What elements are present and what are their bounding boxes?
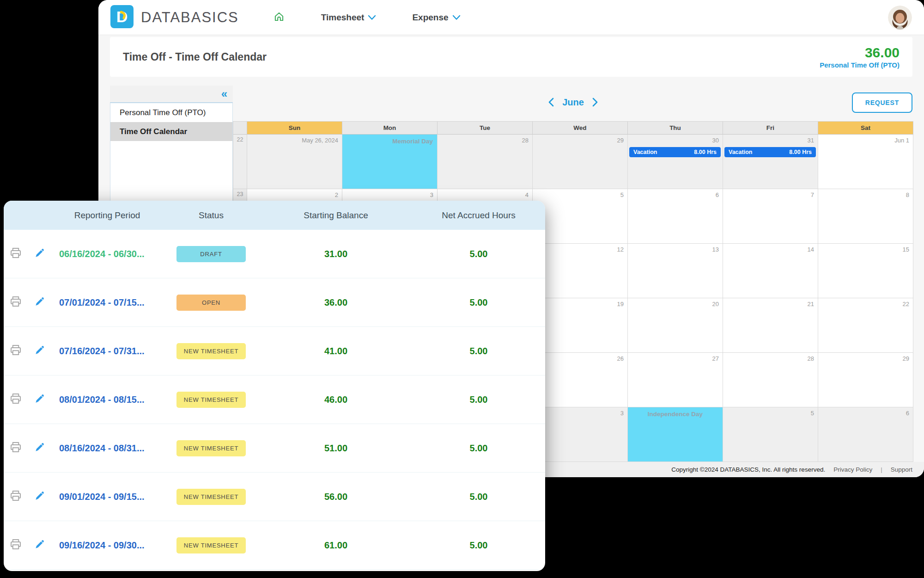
collapse-sidebar-icon[interactable]: « [221,88,227,99]
request-button[interactable]: REQUEST [852,92,912,113]
day-number: May 26, 2024 [302,137,338,144]
calendar-day-cell[interactable]: 3 [533,407,628,462]
sidebar-item-time-off-calendar[interactable]: Time Off Calendar [110,122,232,141]
day-number: 12 [617,246,624,253]
top-navigation: D DATABASICS Timesheet Expense [98,0,924,35]
reporting-period-link[interactable]: 06/16/2024 - 06/30... [52,249,163,259]
calendar-day-cell[interactable]: 6 [818,407,913,462]
day-number: 6 [716,191,719,198]
day-number: 13 [712,246,719,253]
day-header-sat: Sat [818,122,913,135]
day-number: 22 [903,301,909,307]
support-link[interactable]: Support [891,466,912,473]
edit-button[interactable] [28,490,52,504]
day-number: 15 [903,246,909,253]
privacy-policy-link[interactable]: Privacy Policy [833,466,872,473]
reporting-period-link[interactable]: 09/01/2024 - 09/15... [52,492,163,502]
reporting-period-link[interactable]: 08/16/2024 - 08/31... [52,443,163,454]
print-button[interactable] [4,392,28,407]
edit-button[interactable] [28,441,52,455]
user-avatar[interactable] [888,6,912,30]
next-month-icon[interactable] [592,98,598,107]
month-navigation: June [233,91,913,114]
nav-item-expense[interactable]: Expense [412,12,460,23]
status-badge: NEW TIMESHEET [176,489,246,505]
calendar-day-cell[interactable]: 30 Vacation 8.00 Hrs [628,135,723,189]
calendar-day-cell[interactable]: May 26, 2024 [247,135,342,189]
pencil-icon [34,441,46,455]
calendar-day-cell[interactable]: 14 [723,244,818,298]
calendar-day-cell[interactable]: 8 [818,189,913,244]
day-number: 5 [811,410,814,417]
nav-item-timesheet[interactable]: Timesheet [321,12,377,23]
status-badge: NEW TIMESHEET [176,392,246,408]
starting-balance-value: 41.00 [260,346,412,357]
day-number: 4 [525,191,529,198]
edit-button[interactable] [28,344,52,358]
net-accrued-value: 5.00 [412,297,545,308]
calendar-day-cell[interactable]: 29 [533,135,628,189]
pto-balance: 36.00 Personal Time Off (PTO) [820,44,900,70]
reporting-period-link[interactable]: 07/01/2024 - 07/15... [52,297,163,308]
edit-button[interactable] [28,538,52,552]
calendar-day-cell[interactable]: 28 [723,353,818,407]
reporting-periods-panel: Reporting Period Status Starting Balance… [4,201,545,571]
calendar-day-cell[interactable]: 13 [628,244,723,298]
day-number: Jun 1 [894,137,909,144]
calendar-holiday-cell[interactable]: Memorial Day [342,135,438,189]
calendar-day-cell[interactable]: 15 [818,244,913,298]
status-badge: NEW TIMESHEET [176,440,246,456]
calendar-day-cell[interactable]: 27 [628,353,723,407]
day-number: 3 [430,191,433,198]
home-button[interactable] [273,11,285,25]
day-number: 29 [617,137,624,144]
sidebar-item-pto[interactable]: Personal Time Off (PTO) [110,103,232,122]
page-title: Time Off - Time Off Calendar [123,51,267,63]
edit-button[interactable] [28,247,52,261]
calendar-day-cell[interactable]: 29 [818,353,913,407]
calendar-day-cell[interactable]: 28 [438,135,533,189]
vacation-event[interactable]: Vacation 8.00 Hrs [724,147,816,157]
brand-logo[interactable]: D DATABASICS [110,5,239,30]
print-button[interactable] [4,343,28,359]
print-button[interactable] [4,295,28,310]
calendar-day-cell[interactable]: 21 [723,298,818,353]
print-button[interactable] [4,440,28,456]
edit-button[interactable] [28,393,52,406]
home-icon [273,11,285,25]
calendar-day-cell[interactable]: 12 [533,244,628,298]
edit-button[interactable] [28,295,52,309]
net-accrued-value: 5.00 [412,394,545,405]
calendar-day-cell[interactable]: 22 [818,298,913,353]
vacation-event[interactable]: Vacation 8.00 Hrs [629,147,721,157]
calendar-day-cell[interactable]: 5 [533,189,628,244]
pto-balance-label[interactable]: Personal Time Off (PTO) [820,61,900,70]
calendar-day-cell[interactable]: 5 [723,407,818,462]
day-number: 8 [906,191,909,198]
calendar-day-cell[interactable]: 7 [723,189,818,244]
nav-item-expense-label: Expense [412,12,448,23]
copyright-text: Copyright ©2024 DATABASICS, Inc. All rig… [671,466,825,473]
print-button[interactable] [4,246,28,262]
pencil-icon [34,393,46,406]
calendar-day-cell[interactable]: 26 [533,353,628,407]
reporting-period-link[interactable]: 08/01/2024 - 08/15... [52,394,163,405]
day-number: 30 [712,137,719,144]
starting-balance-value: 46.00 [260,394,412,405]
print-button[interactable] [4,489,28,504]
printer-icon [9,295,23,310]
calendar-day-cell[interactable]: Jun 1 [818,135,913,189]
svg-text:D: D [116,8,128,25]
previous-month-icon[interactable] [548,98,554,107]
reporting-period-link[interactable]: 07/16/2024 - 07/31... [52,346,163,357]
reporting-period-link[interactable]: 09/16/2024 - 09/30... [52,540,163,551]
calendar-day-cell[interactable]: 31 Vacation 8.00 Hrs [723,135,818,189]
day-number: 28 [808,355,814,362]
calendar-day-cell[interactable]: 6 [628,189,723,244]
day-number: 21 [808,301,814,307]
calendar-day-cell[interactable]: 20 [628,298,723,353]
print-button[interactable] [4,537,28,553]
day-number: 29 [903,355,909,362]
calendar-holiday-cell[interactable]: Independence Day [628,407,723,462]
calendar-day-cell[interactable]: 19 [533,298,628,353]
